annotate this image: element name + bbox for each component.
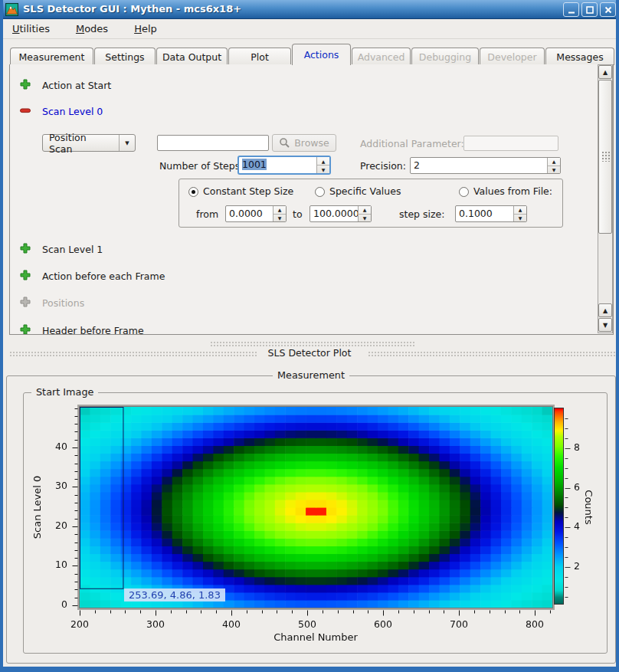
- stepsize-spin-down[interactable]: ▼: [514, 215, 526, 222]
- tick-label: 800: [519, 618, 550, 630]
- from-spin-down[interactable]: ▼: [273, 215, 286, 222]
- tick-label: 600: [368, 618, 398, 630]
- stepsize-spin-up[interactable]: ▲: [514, 206, 526, 215]
- tab-measurement[interactable]: Measurement: [10, 48, 93, 65]
- expand-plus-icon[interactable]: [19, 78, 31, 90]
- tick-label: 6: [574, 481, 580, 493]
- from-value: 0.0000: [226, 206, 273, 221]
- minimize-icon: [567, 5, 576, 15]
- cursor-readout: 253.69, 4.86, 1.83: [124, 588, 225, 602]
- vertical-scrollbar[interactable]: ▲ ▲ ▼: [598, 64, 613, 333]
- browse-button[interactable]: Browse: [272, 134, 336, 152]
- scroll-down-button[interactable]: ▼: [598, 318, 612, 332]
- scroll-up-button[interactable]: ▲: [598, 65, 612, 79]
- scan-level-0-label[interactable]: Scan Level 0: [42, 106, 103, 117]
- menu-bar: Utilities Modes Help: [3, 19, 616, 39]
- y-axis-label: Scan Level 0: [31, 476, 43, 539]
- actions-panel: Action at Start Scan Level 0 Position Sc…: [9, 64, 614, 335]
- tick-label: 10: [43, 559, 67, 570]
- tick-label: 8: [574, 441, 580, 453]
- tick-label: 40: [43, 441, 67, 452]
- scan-mode-combo[interactable]: Position Scan ▼: [42, 134, 136, 152]
- to-spinbox[interactable]: 100.0000 ▲▼: [310, 205, 372, 222]
- from-label: from: [196, 208, 218, 220]
- from-spinbox[interactable]: 0.0000 ▲▼: [225, 205, 287, 222]
- close-button[interactable]: [600, 2, 616, 17]
- maximize-icon: [585, 5, 594, 15]
- menu-help[interactable]: Help: [131, 21, 160, 36]
- steps-spin-up[interactable]: ▲: [317, 157, 329, 166]
- tick-label: 500: [292, 618, 323, 630]
- tick-label: 30: [43, 480, 67, 491]
- action-at-start-label[interactable]: Action at Start: [42, 80, 111, 91]
- precision-spin-down[interactable]: ▼: [548, 166, 560, 174]
- colorbar-label: Counts: [583, 490, 594, 524]
- expand-plus-icon[interactable]: [19, 269, 31, 281]
- tick-label: 300: [140, 618, 171, 630]
- expand-plus-icon[interactable]: [19, 323, 31, 335]
- constant-step-radio[interactable]: [188, 187, 198, 197]
- collapse-minus-icon[interactable]: [19, 104, 31, 116]
- specific-values-radio[interactable]: [315, 187, 325, 197]
- tab-data-output[interactable]: Data Output: [156, 48, 228, 65]
- additional-parameter-label: Additional Parameter:: [360, 138, 464, 149]
- tab-messages[interactable]: Messages: [545, 48, 614, 65]
- tab-settings[interactable]: Settings: [94, 48, 156, 65]
- heatmap-plot[interactable]: [26, 395, 607, 647]
- tab-advanced[interactable]: Advanced: [352, 48, 411, 65]
- step-mode-groupbox: Constant Step Size Specific Values Value…: [178, 179, 563, 228]
- precision-spin-up[interactable]: ▲: [548, 158, 560, 166]
- x-axis-label: Channel Number: [239, 631, 392, 643]
- splitter-handle[interactable]: [210, 341, 415, 346]
- values-from-file-radio[interactable]: [459, 187, 469, 197]
- steps-spin-down[interactable]: ▼: [317, 166, 329, 173]
- magnifier-icon: [279, 137, 290, 149]
- header-before-frame-label[interactable]: Header before Frame: [42, 325, 144, 335]
- constant-step-label[interactable]: Constant Step Size: [203, 185, 293, 197]
- number-of-steps-label: Number of Steps:: [159, 160, 243, 172]
- precision-label: Precision:: [360, 160, 406, 172]
- values-from-file-label[interactable]: Values from File:: [473, 185, 552, 197]
- number-of-steps-spinbox[interactable]: 1001 ▲▼: [237, 156, 331, 175]
- scrollbar-grip: [601, 151, 611, 162]
- tab-bar: Measurement Settings Data Output Plot Ac…: [3, 43, 616, 64]
- title-bar[interactable]: SLS Detector GUI : Mythen - mcs6x18+: [0, 0, 619, 19]
- tick-label: 2: [574, 560, 580, 572]
- tab-developer[interactable]: Developer: [480, 48, 545, 65]
- action-before-frame-label[interactable]: Action before each Frame: [42, 270, 165, 282]
- app-icon: [5, 3, 18, 16]
- to-spin-down[interactable]: ▼: [359, 215, 371, 222]
- tick-label: 400: [216, 618, 247, 630]
- scroll-up-button-2[interactable]: ▲: [598, 303, 612, 317]
- to-value: 100.0000: [310, 206, 358, 221]
- scrollbar-thumb[interactable]: [598, 80, 612, 234]
- step-size-label: step size:: [399, 208, 444, 220]
- tab-debugging[interactable]: Debugging: [411, 48, 479, 65]
- tick-label: 0: [43, 598, 67, 610]
- specific-values-label[interactable]: Specific Values: [329, 185, 401, 197]
- number-of-steps-value: 1001: [242, 159, 267, 170]
- precision-spinbox[interactable]: 2 ▲▼: [410, 157, 561, 174]
- expand-plus-icon-disabled: [19, 296, 31, 308]
- browse-label: Browse: [294, 137, 329, 149]
- to-spin-up[interactable]: ▲: [359, 206, 371, 215]
- step-size-value: 0.1000: [456, 206, 513, 221]
- maximize-button[interactable]: [581, 2, 598, 17]
- dock-title-texture-right: [368, 351, 616, 356]
- additional-parameter-input[interactable]: [463, 136, 558, 151]
- scan-mode-value: Position Scan: [43, 132, 119, 155]
- positions-label: Positions: [42, 297, 84, 309]
- tab-plot[interactable]: Plot: [228, 48, 291, 65]
- from-spin-up[interactable]: ▲: [273, 206, 286, 215]
- menu-utilities[interactable]: Utilities: [9, 21, 53, 36]
- expand-plus-icon[interactable]: [19, 242, 31, 254]
- tick-label: 200: [64, 618, 95, 630]
- minimize-button[interactable]: [563, 2, 579, 17]
- scan-script-input[interactable]: [157, 135, 269, 151]
- tab-actions[interactable]: Actions: [292, 44, 351, 65]
- combo-arrow-icon: ▼: [119, 135, 135, 151]
- menu-modes[interactable]: Modes: [73, 21, 111, 36]
- tick-label: 4: [574, 520, 580, 532]
- scan-level-1-label[interactable]: Scan Level 1: [42, 244, 103, 255]
- step-size-spinbox[interactable]: 0.1000 ▲▼: [455, 205, 527, 222]
